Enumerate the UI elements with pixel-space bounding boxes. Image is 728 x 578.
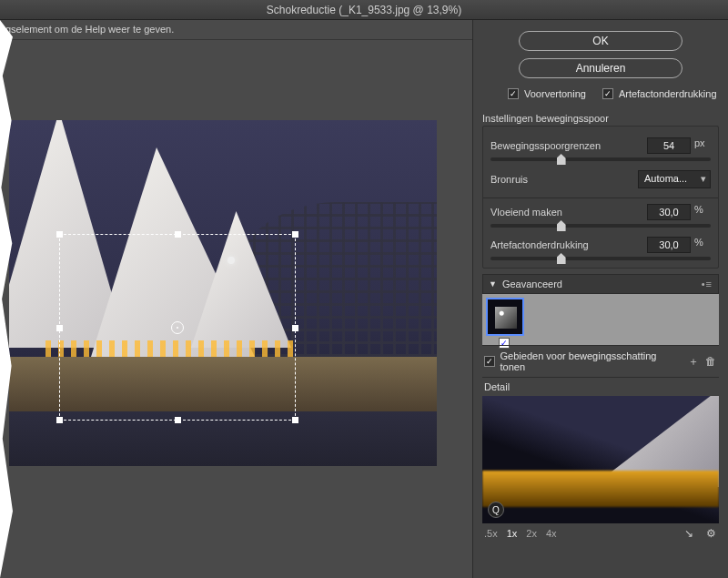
zoom-level[interactable]: .5x	[484, 528, 498, 539]
region-center-pin[interactable]	[171, 321, 184, 334]
ok-button[interactable]: OK	[519, 31, 682, 51]
source-noise-label: Bronruis	[490, 174, 528, 185]
detail-zoom-row: .5x 1x 2x 4x ↘ ⚙	[482, 523, 719, 540]
artifact-supp-value[interactable]: 30,0	[647, 237, 691, 253]
smoothing-slider-row: Vloeiend maken 30,0 %	[490, 204, 711, 228]
smoothing-value[interactable]: 30,0	[647, 204, 691, 220]
main-area: gselement om de Help weer te geven.	[0, 20, 728, 578]
bounds-unit: px	[694, 137, 711, 154]
artifact-checkbox-row[interactable]: Artefactonderdrukking	[602, 88, 717, 99]
blur-trace-section-title: Instellingen bewegingsspoor	[482, 113, 719, 124]
advanced-section-header[interactable]: ▼ Geavanceerd •≡	[482, 274, 719, 294]
show-regions-label: Gebieden voor bewegingsschatting tonen	[500, 350, 677, 372]
resize-handle[interactable]	[56, 231, 63, 238]
preview-checkbox-label: Voorvertoning	[524, 88, 586, 99]
preview-image[interactable]	[9, 120, 437, 466]
undock-loupe-icon[interactable]: ↘	[682, 527, 695, 540]
detail-quality-icon[interactable]: Q	[488, 502, 504, 518]
blur-region-thumb[interactable]: ✓	[486, 298, 526, 349]
zoom-level[interactable]: 2x	[526, 528, 537, 539]
preview-panel: gselement om de Help weer te geven.	[0, 20, 473, 578]
source-noise-row: Bronruis Automa...	[490, 170, 711, 188]
show-regions-checkbox[interactable]	[484, 356, 495, 367]
bounds-value[interactable]: 54	[647, 137, 691, 154]
source-noise-dropdown[interactable]: Automa...	[638, 170, 711, 188]
delete-region-icon[interactable]: 🗑	[705, 355, 717, 368]
artifact-checkbox[interactable]	[602, 88, 613, 99]
preview-checkbox-row[interactable]: Voorvertoning	[508, 88, 586, 99]
resize-handle[interactable]	[175, 231, 181, 238]
detail-section-title: Detail	[482, 378, 719, 396]
top-checkbox-row: Voorvertoning Artefactonderdrukking	[482, 86, 719, 102]
bounds-slider[interactable]	[490, 157, 711, 161]
resize-handle[interactable]	[56, 417, 63, 423]
reset-loupe-icon[interactable]: ⚙	[704, 527, 717, 540]
preview-checkbox[interactable]	[508, 88, 519, 99]
smoothing-slider[interactable]	[490, 224, 711, 228]
resize-handle[interactable]	[292, 325, 298, 331]
detail-loupe[interactable]: Q	[482, 396, 719, 523]
artifact-supp-slider-row: Artefactonderdrukking 30,0 %	[490, 237, 711, 260]
artifact-supp-label: Artefactonderdrukking	[490, 239, 589, 250]
artifact-supp-unit: %	[694, 237, 711, 253]
blur-region-thumbnails: ✓	[482, 294, 719, 345]
thumb-preview[interactable]	[486, 298, 524, 336]
smoothing-unit: %	[694, 204, 711, 220]
smoothing-label: Vloeiend maken	[490, 207, 562, 218]
resize-handle[interactable]	[292, 231, 298, 238]
controls-panel: OK Annuleren Voorvertoning Artefactonder…	[473, 20, 728, 578]
zoom-level[interactable]: 4x	[546, 528, 557, 539]
bounds-label: Bewegingsspoorgrenzen	[490, 140, 601, 151]
disclosure-triangle-icon: ▼	[489, 279, 497, 289]
artifact-supp-slider[interactable]	[490, 257, 711, 260]
window-titlebar: Schokreductie (_K1_9533.jpg @ 13,9%)	[0, 0, 728, 20]
add-region-icon[interactable]: ＋	[687, 355, 699, 368]
blur-trace-panel: Bewegingsspoorgrenzen 54 px Bronruis Aut…	[482, 126, 719, 269]
resize-handle[interactable]	[175, 417, 181, 423]
advanced-section-title: Geavanceerd	[502, 279, 562, 289]
bounds-slider-row: Bewegingsspoorgrenzen 54 px	[490, 137, 711, 161]
panel-menu-icon[interactable]: •≡	[702, 279, 713, 289]
window-title: Schokreductie (_K1_9533.jpg @ 13,9%)	[267, 4, 461, 16]
artifact-checkbox-label: Artefactonderdrukking	[619, 88, 717, 99]
blur-region-selection[interactable]	[59, 234, 296, 421]
resize-handle[interactable]	[292, 417, 298, 423]
cancel-button[interactable]: Annuleren	[519, 58, 682, 78]
resize-handle[interactable]	[56, 325, 63, 331]
zoom-level[interactable]: 1x	[507, 528, 518, 539]
preview-stage[interactable]	[0, 47, 472, 578]
help-hint-text: gselement om de Help weer te geven.	[0, 20, 472, 40]
regions-toolbar: Gebieden voor bewegingsschatting tonen ＋…	[482, 345, 719, 378]
